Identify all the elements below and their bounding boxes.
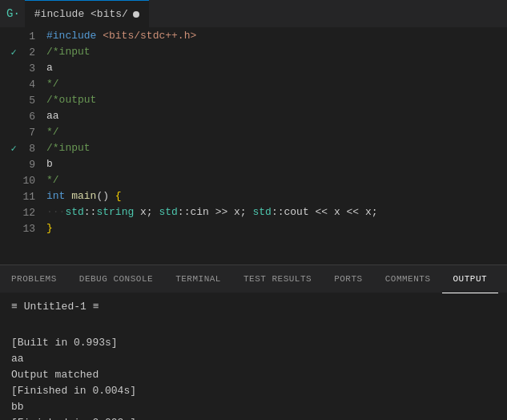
- gutter-icon-5: [8, 95, 19, 106]
- line-numbers: 1 ✓ 2 3 4 5: [0, 28, 43, 265]
- line-gutter-1: 1: [8, 28, 35, 44]
- tab-ports[interactable]: PORTS: [323, 265, 374, 293]
- panel-tabs: PROBLEMS DEBUG CONSOLE TERMINAL TEST RES…: [0, 265, 507, 293]
- line-gutter-2: ✓ 2: [8, 44, 35, 60]
- code-editor: 1 ✓ 2 3 4 5: [0, 28, 507, 265]
- code-line-7: */: [46, 124, 507, 140]
- editor-icon: G·: [0, 7, 25, 20]
- tab-output[interactable]: OUTPUT: [442, 265, 499, 293]
- gutter-check-8: ✓: [8, 143, 19, 154]
- output-line-aa: aa: [11, 351, 496, 367]
- gutter-check-2: ✓: [8, 46, 19, 58]
- line-gutter-6: 6: [8, 108, 35, 124]
- code-line-11: int main() {: [46, 188, 507, 204]
- gutter-icon-3: [8, 63, 19, 74]
- code-line-13: }: [46, 220, 507, 236]
- output-title: ≡ Untitled-1 ≡: [11, 301, 496, 313]
- gutter-icon-1: [8, 30, 19, 42]
- equals-icon-right: ≡: [93, 301, 99, 313]
- tab-test-results[interactable]: TEST RESULTS: [232, 265, 323, 293]
- line-gutter-11: 11: [8, 188, 35, 204]
- equals-icon-left: ≡: [11, 301, 18, 313]
- output-line-bb: bb: [11, 399, 496, 415]
- line-gutter-9: 9: [8, 156, 35, 172]
- line-gutter-3: 3: [8, 60, 35, 76]
- code-line-3: a: [46, 60, 507, 76]
- tab-bar: G· #include <bits/: [0, 0, 507, 28]
- output-line-finished2: [Finished in 0.003s]: [11, 415, 496, 420]
- gutter-icon-4: [8, 79, 19, 90]
- line-gutter-5: 5: [8, 92, 35, 108]
- gutter-icon-13: [8, 223, 19, 234]
- tab-comments[interactable]: COMMENTS: [374, 265, 442, 293]
- output-line-1: [11, 319, 496, 335]
- tab-label: #include <bits/: [34, 8, 128, 20]
- output-line-finished1: [Finished in 0.004s]: [11, 383, 496, 399]
- tab-problems[interactable]: PROBLEMS: [0, 265, 68, 293]
- code-line-10: */: [46, 172, 507, 188]
- line-gutter-7: 7: [8, 124, 35, 140]
- code-content: #include <bits/stdc++.h> /*input a */ /*…: [43, 28, 507, 265]
- line-gutter-12: 12: [8, 204, 35, 220]
- code-line-5: /*output: [46, 92, 507, 108]
- line-gutter-10: 10: [8, 172, 35, 188]
- code-line-2: /*input: [46, 44, 507, 60]
- output-filename: Untitled-1: [24, 301, 87, 313]
- output-panel: ≡ Untitled-1 ≡ [Built in 0.993s] aa Outp…: [0, 293, 507, 420]
- tab-terminal[interactable]: TERMINAL: [164, 265, 232, 293]
- code-line-6: aa: [46, 108, 507, 124]
- gutter-icon-7: [8, 127, 19, 138]
- gutter-icon-9: [8, 159, 19, 170]
- code-area: 1 ✓ 2 3 4 5: [0, 28, 507, 265]
- gutter-icon-10: [8, 175, 19, 186]
- line-gutter-4: 4: [8, 76, 35, 92]
- gutter-icon-11: [8, 191, 19, 202]
- output-line-built: [Built in 0.993s]: [11, 335, 496, 351]
- line-gutter-13: 13: [8, 220, 35, 236]
- code-line-4: */: [46, 76, 507, 92]
- tab-debug-console[interactable]: DEBUG CONSOLE: [68, 265, 164, 293]
- code-line-12: ···std::string x; std::cin >> x; std::co…: [46, 204, 507, 220]
- code-line-9: b: [46, 156, 507, 172]
- code-line-1: #include <bits/stdc++.h>: [46, 28, 507, 44]
- line-gutter-8: ✓ 8: [8, 140, 35, 156]
- gutter-icon-12: [8, 207, 19, 218]
- editor-tab[interactable]: #include <bits/: [25, 0, 149, 28]
- gutter-icon-6: [8, 111, 19, 122]
- output-line-matched: Output matched: [11, 367, 496, 383]
- code-line-8: /*input: [46, 140, 507, 156]
- unsaved-dot: [133, 11, 139, 18]
